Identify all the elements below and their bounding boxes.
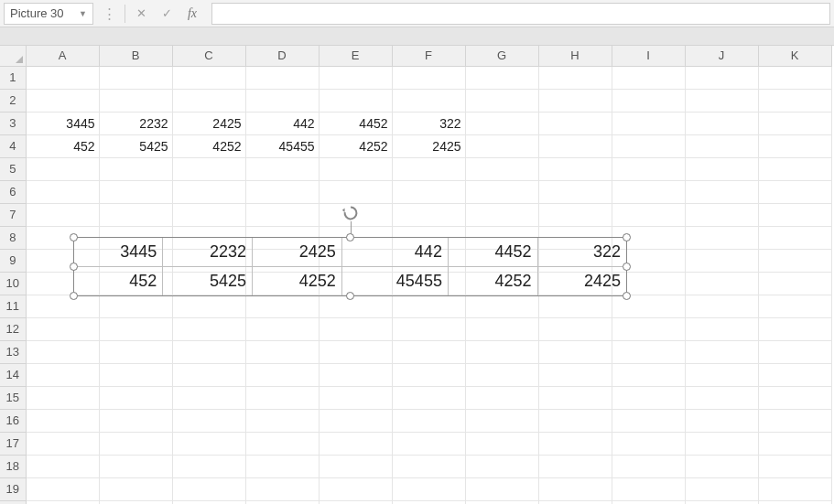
cell-J12[interactable] (685, 317, 758, 340)
resize-handle-nw[interactable] (70, 233, 78, 241)
chevron-down-icon[interactable]: ▼ (79, 9, 87, 18)
cell-C5[interactable] (172, 157, 245, 180)
cell-D6[interactable] (245, 180, 319, 203)
cell-F15[interactable] (392, 386, 465, 409)
cell-C18[interactable] (172, 455, 245, 477)
cell-B7[interactable] (99, 203, 172, 226)
cell-H16[interactable] (538, 409, 612, 432)
cell-E3[interactable]: 4452 (319, 112, 392, 134)
cell-A19[interactable] (26, 477, 99, 500)
cell-B20[interactable] (99, 500, 172, 504)
cell-I6[interactable] (612, 180, 685, 203)
cell-D13[interactable] (245, 340, 319, 363)
cell-I7[interactable] (612, 203, 685, 226)
embedded-picture[interactable]: 3445223224254424452322452542542524545542… (73, 237, 627, 296)
cell-D17[interactable] (245, 432, 319, 455)
cell-G13[interactable] (465, 340, 538, 363)
cell-J17[interactable] (685, 432, 758, 455)
cell-J18[interactable] (685, 455, 758, 477)
cell-E13[interactable] (319, 340, 392, 363)
cell-H2[interactable] (538, 89, 612, 112)
cell-A11[interactable] (26, 295, 99, 317)
cell-B19[interactable] (99, 477, 172, 500)
cell-C14[interactable] (172, 363, 245, 386)
row-header-16[interactable]: 16 (0, 409, 26, 432)
more-icon[interactable]: ⋮ (99, 4, 119, 24)
cell-I3[interactable] (612, 112, 685, 134)
cell-J5[interactable] (685, 157, 758, 180)
cell-D7[interactable] (245, 203, 319, 226)
cell-E18[interactable] (319, 455, 392, 477)
cell-B4[interactable]: 5425 (99, 134, 172, 157)
cell-E16[interactable] (319, 409, 392, 432)
cell-A4[interactable]: 452 (26, 134, 99, 157)
cell-G18[interactable] (465, 455, 538, 477)
cell-B11[interactable] (99, 295, 172, 317)
cell-G20[interactable] (465, 500, 538, 504)
row-header-13[interactable]: 13 (0, 340, 26, 363)
row-header-2[interactable]: 2 (0, 89, 26, 112)
cell-C7[interactable] (172, 203, 245, 226)
cell-B18[interactable] (99, 455, 172, 477)
cell-J20[interactable] (685, 500, 758, 504)
cell-G14[interactable] (465, 363, 538, 386)
resize-handle-s[interactable] (346, 292, 354, 300)
enter-button[interactable]: ✓ (157, 4, 177, 24)
cell-K20[interactable] (758, 500, 831, 504)
cell-K12[interactable] (758, 317, 831, 340)
cell-I19[interactable] (612, 477, 685, 500)
cell-K19[interactable] (758, 477, 831, 500)
cell-D15[interactable] (245, 386, 319, 409)
cell-H18[interactable] (538, 455, 612, 477)
cell-H12[interactable] (538, 317, 612, 340)
cell-G16[interactable] (465, 409, 538, 432)
cell-K18[interactable] (758, 455, 831, 477)
cell-C12[interactable] (172, 317, 245, 340)
resize-handle-se[interactable] (623, 292, 631, 300)
column-header-D[interactable]: D (245, 46, 319, 66)
cell-E17[interactable] (319, 432, 392, 455)
cell-F2[interactable] (392, 89, 465, 112)
row-header-7[interactable]: 7 (0, 203, 26, 226)
cell-D11[interactable] (245, 295, 319, 317)
cell-I20[interactable] (612, 500, 685, 504)
select-all-corner[interactable] (0, 46, 26, 66)
column-header-H[interactable]: H (538, 46, 612, 66)
cell-B14[interactable] (99, 363, 172, 386)
cell-A18[interactable] (26, 455, 99, 477)
cell-K1[interactable] (758, 66, 831, 89)
row-header-6[interactable]: 6 (0, 180, 26, 203)
row-header-15[interactable]: 15 (0, 386, 26, 409)
cell-G19[interactable] (465, 477, 538, 500)
cell-D1[interactable] (245, 66, 319, 89)
row-header-4[interactable]: 4 (0, 134, 26, 157)
rotate-handle[interactable] (341, 203, 361, 223)
cell-H17[interactable] (538, 432, 612, 455)
cell-C16[interactable] (172, 409, 245, 432)
cell-J2[interactable] (685, 89, 758, 112)
cell-F17[interactable] (392, 432, 465, 455)
column-header-J[interactable]: J (685, 46, 758, 66)
cell-B3[interactable]: 2232 (99, 112, 172, 134)
cell-B17[interactable] (99, 432, 172, 455)
cell-J8[interactable] (685, 226, 758, 249)
cell-F11[interactable] (392, 295, 465, 317)
cell-E14[interactable] (319, 363, 392, 386)
cell-D19[interactable] (245, 477, 319, 500)
cell-B6[interactable] (99, 180, 172, 203)
cell-C6[interactable] (172, 180, 245, 203)
row-header-17[interactable]: 17 (0, 432, 26, 455)
insert-function-button[interactable]: fx (182, 4, 202, 24)
cell-K2[interactable] (758, 89, 831, 112)
cell-E11[interactable] (319, 295, 392, 317)
cell-D20[interactable] (245, 500, 319, 504)
cell-J6[interactable] (685, 180, 758, 203)
column-header-K[interactable]: K (758, 46, 831, 66)
cell-G5[interactable] (465, 157, 538, 180)
column-header-E[interactable]: E (319, 46, 392, 66)
cell-E1[interactable] (319, 66, 392, 89)
resize-handle-w[interactable] (70, 263, 78, 271)
cell-J1[interactable] (685, 66, 758, 89)
row-header-18[interactable]: 18 (0, 455, 26, 477)
cell-A16[interactable] (26, 409, 99, 432)
